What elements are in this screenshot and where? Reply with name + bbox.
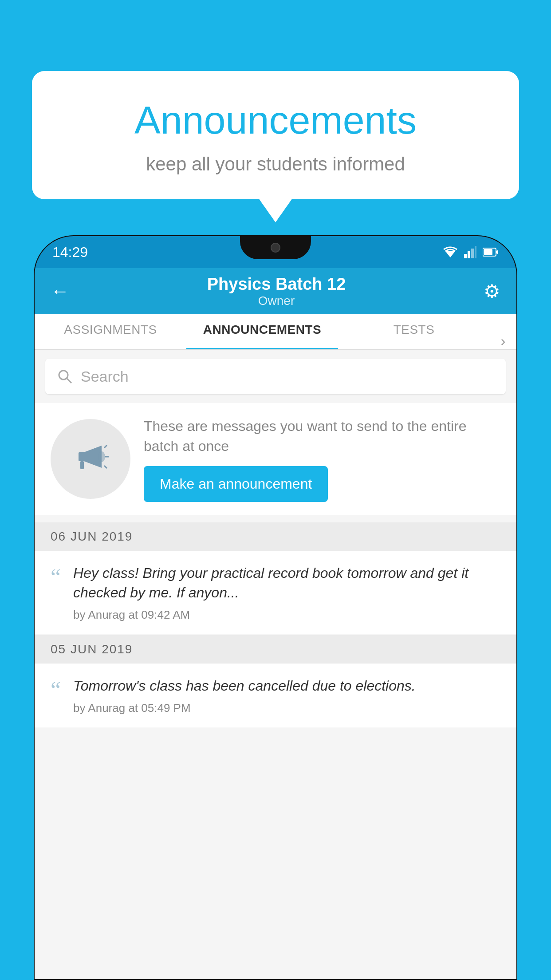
promo-text-area: These are messages you want to send to t… — [144, 416, 500, 502]
batch-sub: Owner — [207, 294, 346, 308]
speech-bubble-subtitle: keep all your students informed — [54, 154, 497, 175]
app-bar-title: Physics Batch 12 Owner — [207, 275, 346, 308]
phone-inner: 14:29 — [35, 236, 516, 979]
status-icons — [443, 246, 499, 258]
tab-assignments[interactable]: ASSIGNMENTS — [35, 314, 186, 349]
announcement-text-2: Tomorrow's class has been cancelled due … — [73, 676, 500, 715]
battery-icon — [483, 247, 499, 257]
tab-tests[interactable]: TESTS — [338, 314, 490, 349]
status-time: 14:29 — [52, 244, 88, 261]
quote-icon-1: “ — [51, 566, 61, 589]
svg-rect-7 — [496, 250, 498, 254]
content-area: Search These are — [35, 350, 516, 979]
batch-name: Physics Batch 12 — [207, 275, 346, 294]
svg-rect-2 — [468, 251, 470, 258]
search-icon — [57, 368, 73, 384]
announcement-item-1[interactable]: “ Hey class! Bring your practical record… — [35, 551, 516, 635]
announcement-body-1: Hey class! Bring your practical record b… — [73, 563, 500, 603]
back-button[interactable]: ← — [51, 281, 69, 302]
quote-icon-2: “ — [51, 679, 61, 702]
status-bar: 14:29 — [35, 236, 516, 268]
svg-rect-6 — [484, 249, 492, 255]
announcement-text-1: Hey class! Bring your practical record b… — [73, 563, 500, 622]
svg-line-14 — [104, 445, 107, 448]
camera-dot — [271, 243, 280, 253]
announcement-body-2: Tomorrow's class has been cancelled due … — [73, 676, 500, 696]
svg-point-13 — [98, 451, 105, 462]
svg-marker-0 — [445, 251, 455, 257]
megaphone-icon — [71, 439, 110, 479]
signal-icon — [464, 246, 476, 258]
promo-icon-circle — [51, 419, 130, 499]
notch — [240, 236, 311, 259]
settings-icon[interactable]: ⚙ — [484, 281, 500, 302]
tab-announcements[interactable]: ANNOUNCEMENTS — [186, 314, 338, 349]
date-divider-1: 06 JUN 2019 — [35, 522, 516, 551]
phone-frame: 14:29 — [34, 235, 517, 980]
svg-line-9 — [67, 378, 71, 383]
date-divider-2: 05 JUN 2019 — [35, 635, 516, 664]
svg-rect-3 — [471, 249, 474, 258]
announcement-meta-1: by Anurag at 09:42 AM — [73, 608, 500, 622]
svg-rect-12 — [80, 461, 84, 469]
speech-bubble-title: Announcements — [54, 98, 497, 143]
search-input[interactable]: Search — [81, 368, 129, 385]
wifi-icon — [443, 246, 458, 258]
svg-line-16 — [104, 466, 107, 468]
announcement-item-2[interactable]: “ Tomorrow's class has been cancelled du… — [35, 664, 516, 727]
make-announcement-button[interactable]: Make an announcement — [144, 466, 328, 502]
announcement-promo: These are messages you want to send to t… — [35, 403, 516, 515]
promo-description: These are messages you want to send to t… — [144, 416, 500, 456]
speech-bubble: Announcements keep all your students inf… — [32, 71, 519, 199]
svg-rect-4 — [475, 246, 476, 258]
svg-rect-1 — [464, 254, 467, 258]
tabs: ASSIGNMENTS ANNOUNCEMENTS TESTS › — [35, 314, 516, 350]
svg-rect-11 — [79, 452, 85, 461]
announcement-meta-2: by Anurag at 05:49 PM — [73, 701, 500, 715]
tab-more[interactable]: › — [490, 333, 516, 349]
app-bar: ← Physics Batch 12 Owner ⚙ — [35, 268, 516, 314]
search-bar[interactable]: Search — [45, 359, 506, 394]
